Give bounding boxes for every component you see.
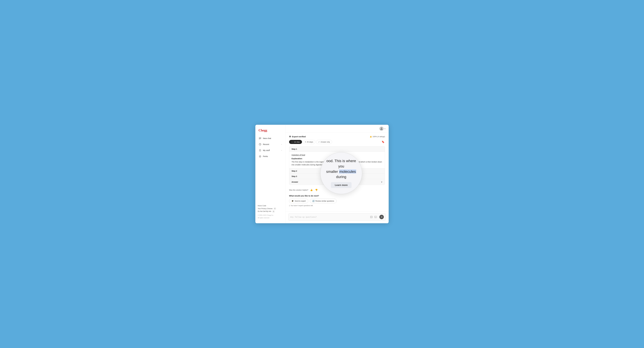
avatar xyxy=(379,127,384,131)
answer-label: Answer xyxy=(292,181,298,183)
keyboard-button[interactable] xyxy=(374,215,377,219)
sidebar-item-recent[interactable]: Recent › xyxy=(257,141,284,147)
thumbs-up-button[interactable]: 👍 xyxy=(310,189,313,192)
svg-point-5 xyxy=(371,216,371,217)
send-button[interactable] xyxy=(379,215,384,219)
step1-subheading: Ingestion of food xyxy=(292,154,382,156)
next-title: What would you like to do next? xyxy=(289,195,385,197)
thumbs-down-button[interactable]: 👎 xyxy=(314,189,318,192)
expert-icon: 🎓 xyxy=(292,200,294,202)
perks-icon xyxy=(259,155,261,158)
chat-icon xyxy=(259,137,261,140)
privacy-badge: ✦ xyxy=(274,207,276,210)
step3-header[interactable]: Step 3 xyxy=(289,174,385,179)
sidebar-item-label: My stuff xyxy=(263,149,270,151)
sidebar-item-new-chat[interactable]: New chat xyxy=(257,135,284,141)
image-upload-button[interactable] xyxy=(370,215,373,219)
steps-content: Step 1 Ingestion of food Explanation: Th… xyxy=(289,146,385,185)
send-to-expert-button[interactable]: 🎓 Send to expert xyxy=(289,199,308,203)
tab-all-steps[interactable]: ≡ All steps xyxy=(303,140,316,144)
sidebar-item-my-stuff[interactable]: My stuff › xyxy=(257,147,284,153)
expert-verified-bar: ⚙ Expert-verified 👍 100% (4 ratings) xyxy=(289,135,385,138)
honor-code-link[interactable]: Honor Code xyxy=(258,204,283,207)
review-icon: 🔄 xyxy=(312,200,314,202)
review-similar-button[interactable]: 🔄 Review similar questions xyxy=(310,199,337,203)
sidebar-item-label: Recent xyxy=(263,143,269,145)
svg-marker-3 xyxy=(259,155,261,157)
explanation-text: The first step in metabolism is the inge… xyxy=(292,160,382,166)
action-buttons: 🎓 Send to expert 🔄 Review similar questi… xyxy=(289,199,385,203)
bookmark-button[interactable]: 🔖 xyxy=(381,140,385,144)
user-menu[interactable]: ∨ xyxy=(379,127,386,131)
thumbs-up-icon: 👍 xyxy=(370,136,372,138)
tab-1st-step[interactable]: — 1st step xyxy=(289,140,302,144)
chegg-logo: Chegg xyxy=(255,125,285,135)
list-icon: ≡ xyxy=(305,141,306,143)
do-not-sell-link[interactable]: Do Not Sell My Info ✦ xyxy=(258,210,283,213)
solution-area: ⚙ Expert-verified 👍 100% (4 ratings) — 1… xyxy=(286,133,389,212)
tab-answer-only[interactable]: ✓ Answer only xyxy=(316,140,332,144)
bookmark-icon xyxy=(259,149,261,152)
helpful-text: Was this solution helpful? xyxy=(289,189,308,191)
step1-header: Step 1 xyxy=(289,146,385,152)
step2-header[interactable]: Step 2 xyxy=(289,168,385,174)
sidebar-item-perks[interactable]: Perks xyxy=(257,153,284,159)
chat-input[interactable] xyxy=(290,216,368,218)
privacy-badge-2: ✦ xyxy=(272,210,275,213)
chat-input-box xyxy=(288,213,386,221)
copyright-text: © 2003–2023 Chegg Inc.All rights reserve… xyxy=(258,214,283,219)
main-content: ∨ ⚙ Expert-verified 👍 100% (4 ratings) — xyxy=(286,125,389,223)
dash-icon: — xyxy=(291,141,293,143)
app-header: ∨ xyxy=(286,125,389,133)
chat-input-area xyxy=(286,211,389,223)
expert-count-text: You have 4 expert questions left. xyxy=(290,205,313,207)
check-icon: ✓ xyxy=(318,141,320,143)
next-section: What would you like to do next? 🎓 Send t… xyxy=(289,193,385,209)
explanation-title: Explanation: xyxy=(292,158,382,160)
sidebar-item-label: Perks xyxy=(263,155,268,157)
learn-more-button[interactable]: Learn more xyxy=(331,182,352,188)
sidebar-item-label: New chat xyxy=(263,137,271,139)
sidebar-nav: New chat Recent › My stuff xyxy=(255,135,285,203)
user-chevron-icon: ∨ xyxy=(384,128,386,130)
chevron-right-icon: › xyxy=(281,143,282,145)
info-icon: ℹ xyxy=(289,205,290,207)
chevron-down-icon[interactable]: ∨ xyxy=(381,181,382,183)
chat-input-actions xyxy=(370,215,384,219)
step-tabs: — 1st step ≡ All steps ✓ Answer only 🔖 xyxy=(289,140,385,144)
expert-badge: ⚙ Expert-verified xyxy=(289,135,306,138)
chevron-right-icon: › xyxy=(281,149,282,151)
sidebar-footer: Honor Code Your Privacy Choices ✦ Do Not… xyxy=(255,203,285,221)
clock-icon xyxy=(259,143,261,146)
verified-icon: ⚙ xyxy=(289,135,291,138)
sidebar: Chegg New chat xyxy=(255,125,286,223)
expert-count-info: ℹ You have 4 expert questions left. xyxy=(289,205,385,207)
step1-body: Ingestion of food Explanation: The first… xyxy=(289,152,385,168)
rating-info: 👍 100% (4 ratings) xyxy=(370,136,385,138)
privacy-choices-link[interactable]: Your Privacy Choices ✦ xyxy=(258,207,283,210)
